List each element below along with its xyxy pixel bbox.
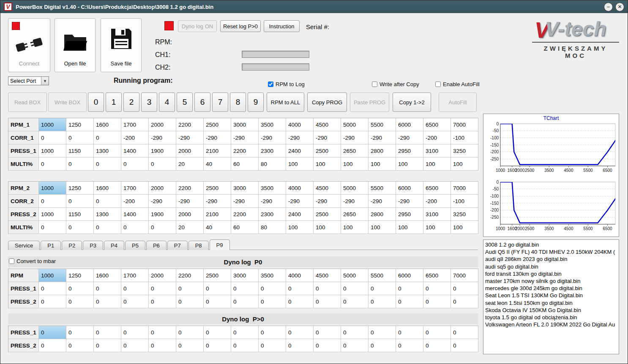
data-cell[interactable]: 3500 [259,182,286,195]
data-cell[interactable]: 100 [314,158,341,171]
data-cell[interactable]: 0 [94,295,121,308]
data-cell[interactable]: 3100 [423,144,451,158]
data-cell[interactable]: 5500 [369,269,396,282]
file-list-item[interactable]: audi sq5 go digital.bin [485,263,619,270]
data-cell[interactable]: -290 [314,131,341,144]
data-cell[interactable]: 0 [286,326,314,339]
data-cell[interactable]: 1000 [39,269,66,282]
data-cell[interactable]: 0 [423,282,451,295]
data-cell[interactable]: 2200 [176,182,204,195]
data-cell[interactable]: 0 [39,282,66,295]
data-cell[interactable]: 0 [94,282,121,295]
data-cell[interactable]: 6500 [423,269,451,282]
data-cell[interactable]: 40 [204,158,231,171]
data-cell[interactable]: 0 [39,295,66,308]
data-cell[interactable]: 0 [423,295,451,308]
data-cell[interactable]: 0 [121,295,149,308]
data-cell[interactable]: 0 [39,326,66,339]
minimize-button[interactable]: – [604,3,613,11]
data-cell[interactable]: -200 [423,131,451,144]
data-cell[interactable]: 6000 [396,182,423,195]
data-cell[interactable]: 6000 [396,118,423,131]
digit-button-2[interactable]: 2 [123,92,139,112]
file-list-item[interactable]: Skoda Octavia IV 150KM Go Digital.bin [485,307,619,314]
data-cell[interactable]: 0 [231,295,259,308]
file-list-item[interactable]: toyota 1.5 go digital od obciążenia.bin [485,314,619,321]
data-cell[interactable]: 1900 [149,208,176,221]
data-cell[interactable]: 0 [423,326,451,339]
data-cell[interactable]: -200 [423,195,451,208]
data-cell[interactable]: 1700 [121,269,149,282]
data-cell[interactable]: 3000 [231,182,259,195]
save-file-button[interactable]: Save file [101,18,142,72]
data-cell[interactable]: 0 [149,282,176,295]
data-cell[interactable]: 2500 [314,208,341,221]
data-cell[interactable]: 2950 [396,144,423,158]
data-cell[interactable]: 0 [66,326,94,339]
data-cell[interactable]: 3000 [231,118,259,131]
reset-log-button[interactable]: Reset log P>0 [220,20,261,32]
data-cell[interactable]: 0 [94,339,121,352]
data-cell[interactable]: 1600 [94,182,121,195]
data-cell[interactable]: 6000 [396,269,423,282]
data-cell[interactable]: 6500 [423,118,451,131]
tab-p5[interactable]: P5 [125,241,145,250]
file-list-item[interactable]: Seat Leon 1.5 TSI 130KM Go Digital.bin [485,292,619,299]
enable-autofill-checkbox[interactable] [435,81,441,87]
data-cell[interactable]: 4500 [314,269,341,282]
data-cell[interactable]: 0 [176,339,204,352]
data-cell[interactable]: -290 [341,195,369,208]
data-cell[interactable]: 0 [121,339,149,352]
data-cell[interactable]: 0 [369,282,396,295]
data-cell[interactable]: 3500 [259,269,286,282]
select-port-dropdown[interactable]: Select Port ▼ [8,76,49,85]
data-cell[interactable]: 5000 [341,269,369,282]
data-cell[interactable]: 2000 [176,208,204,221]
data-cell[interactable]: -290 [286,131,314,144]
data-cell[interactable]: 0 [314,339,341,352]
tab-p7[interactable]: P7 [167,241,188,250]
data-cell[interactable]: 2100 [204,144,231,158]
data-cell[interactable]: 3100 [423,208,451,221]
data-cell[interactable]: 0 [231,282,259,295]
data-cell[interactable]: 100 [369,158,396,171]
tab-p1[interactable]: P1 [41,241,61,250]
data-cell[interactable]: 1300 [94,144,121,158]
data-cell[interactable]: -290 [396,195,423,208]
data-cell[interactable]: 0 [259,339,286,352]
data-cell[interactable]: 1900 [149,144,176,158]
data-cell[interactable]: 0 [231,326,259,339]
data-cell[interactable]: 0 [39,195,66,208]
data-cell[interactable]: 60 [231,158,259,171]
data-cell[interactable]: -290 [231,195,259,208]
data-cell[interactable]: 2000 [149,182,176,195]
data-cell[interactable]: 1600 [94,118,121,131]
data-cell[interactable]: 2500 [204,182,231,195]
data-cell[interactable]: -200 [121,131,149,144]
data-cell[interactable]: -100 [451,195,478,208]
digit-button-8[interactable]: 8 [230,92,246,112]
file-list-item[interactable]: ford transit 130km go digital.bin [485,270,619,277]
data-cell[interactable]: 1300 [94,208,121,221]
dyno-log-on-button[interactable]: Dyno log ON [178,20,217,32]
data-cell[interactable]: 0 [451,295,478,308]
digit-button-0[interactable]: 0 [88,92,104,112]
data-cell[interactable]: 0 [66,221,94,234]
data-cell[interactable]: 5500 [369,182,396,195]
data-cell[interactable]: 0 [286,295,314,308]
data-cell[interactable]: 0 [121,158,149,171]
data-cell[interactable]: 2500 [204,269,231,282]
data-cell[interactable]: 0 [66,295,94,308]
data-cell[interactable]: 100 [341,221,369,234]
digit-button-5[interactable]: 5 [177,92,193,112]
copy-prog-button[interactable]: Copy PROG [307,92,347,112]
data-cell[interactable]: 3500 [259,118,286,131]
rpm-to-all-button[interactable]: RPM to ALL [267,92,304,112]
data-cell[interactable]: 0 [231,339,259,352]
data-cell[interactable]: 0 [259,295,286,308]
data-cell[interactable]: 4500 [314,182,341,195]
data-cell[interactable]: 0 [369,295,396,308]
instruction-button[interactable]: Instruction [264,20,300,32]
data-cell[interactable]: 0 [286,282,314,295]
data-cell[interactable]: 2300 [259,208,286,221]
